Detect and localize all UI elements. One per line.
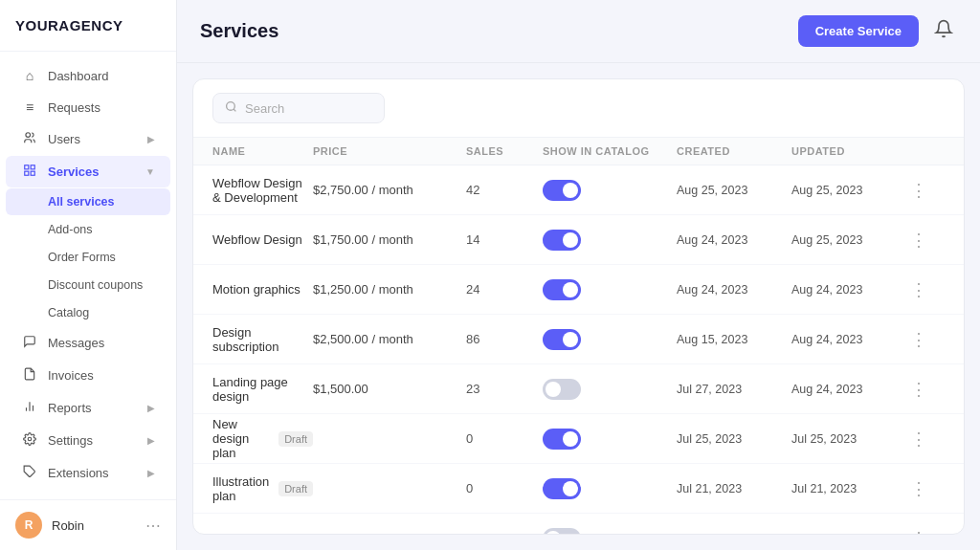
catalog-toggle[interactable] (543, 329, 581, 350)
sidebar-item-label: Extensions (48, 466, 109, 480)
cell-catalog[interactable] (543, 230, 677, 251)
extensions-icon (21, 465, 38, 481)
catalog-toggle[interactable] (543, 528, 581, 535)
table-row: New design plan Draft 0 Jul 25, 2023 Jul… (193, 414, 964, 464)
col-price: PRICE (313, 145, 466, 157)
chevron-down-icon: ▼ (145, 166, 155, 177)
catalog-toggle[interactable] (543, 230, 581, 251)
cell-catalog[interactable] (543, 379, 677, 400)
sidebar-item-messages[interactable]: Messages (6, 327, 170, 359)
chevron-right-icon: ▶ (147, 134, 155, 144)
row-more-button[interactable]: ⋮ (906, 476, 931, 501)
cell-price: $2,500.00 / month (313, 332, 466, 346)
row-more-button[interactable]: ⋮ (906, 228, 931, 253)
cell-updated: Aug 25, 2023 (791, 184, 906, 197)
cell-updated: Jul 25, 2023 (791, 432, 906, 446)
cell-catalog[interactable] (543, 180, 677, 201)
table-row: Webflow Design & Development $2,750.00 /… (193, 165, 964, 215)
subnav-item-add-ons[interactable]: Add-ons (6, 216, 170, 243)
cell-name: Webflow Design & Development (212, 176, 313, 205)
cell-actions[interactable]: ⋮ (906, 178, 945, 203)
cell-actions[interactable]: ⋮ (906, 228, 945, 253)
sidebar-item-settings[interactable]: Settings ▶ (6, 425, 170, 456)
cell-updated: Aug 25, 2023 (791, 233, 906, 247)
catalog-toggle[interactable] (543, 429, 581, 450)
table-header: NAME PRICE SALES SHOW IN CATALOG CREATED… (193, 138, 964, 165)
cell-actions[interactable]: ⋮ (906, 277, 945, 302)
subnav-item-discount-coupons[interactable]: Discount coupons (6, 272, 170, 298)
cell-created: Jul 27, 2023 (677, 383, 791, 396)
cell-catalog[interactable] (543, 429, 677, 450)
cell-sales: 14 (466, 232, 543, 247)
search-input[interactable] (245, 101, 372, 116)
cell-catalog[interactable] (543, 329, 677, 350)
subnav-item-order-forms[interactable]: Order Forms (6, 244, 170, 271)
cell-name: Video editing (212, 531, 313, 534)
notification-button[interactable] (930, 15, 957, 47)
requests-icon: ≡ (21, 99, 38, 115)
sidebar-item-invoices[interactable]: Invoices (6, 360, 170, 391)
users-icon (21, 131, 38, 147)
sidebar-item-label: Settings (48, 433, 93, 448)
cell-actions[interactable]: ⋮ (906, 377, 945, 402)
chevron-right-icon: ▶ (147, 403, 155, 413)
row-more-button[interactable]: ⋮ (906, 526, 931, 535)
cell-created: Aug 25, 2023 (677, 184, 791, 197)
cell-actions[interactable]: ⋮ (906, 427, 945, 451)
sidebar-footer: R Robin ⋯ (0, 499, 176, 550)
cell-catalog[interactable] (543, 528, 677, 535)
row-more-button[interactable]: ⋮ (906, 427, 931, 451)
svg-rect-1 (25, 165, 29, 169)
subnav-item-all-services[interactable]: All services (6, 188, 170, 215)
sidebar-item-label: Messages (48, 336, 104, 350)
search-wrap (212, 93, 385, 123)
cell-catalog[interactable] (543, 279, 677, 300)
svg-point-0 (26, 133, 31, 138)
cell-price: $3,000.00 / month (313, 531, 466, 534)
row-more-button[interactable]: ⋮ (906, 327, 931, 352)
create-service-button[interactable]: Create Service (798, 15, 919, 47)
cell-catalog[interactable] (543, 478, 677, 499)
svg-point-8 (28, 437, 32, 441)
cell-actions[interactable]: ⋮ (906, 476, 945, 501)
search-bar (193, 79, 964, 138)
svg-rect-2 (31, 165, 34, 169)
user-menu-button[interactable]: ⋯ (145, 517, 161, 535)
cell-actions[interactable]: ⋮ (906, 526, 945, 535)
draft-badge: Draft (278, 481, 313, 496)
navigation: ⌂ Dashboard ≡ Requests Users ▶ Services … (0, 52, 176, 499)
chevron-right-icon: ▶ (147, 435, 155, 446)
logo: YOURAGENCY (0, 0, 176, 52)
cell-price: $1,250.00 / month (313, 282, 466, 297)
catalog-toggle[interactable] (543, 279, 581, 300)
sidebar-item-dashboard[interactable]: ⌂ Dashboard (6, 60, 170, 91)
chevron-right-icon: ▶ (147, 468, 155, 478)
sidebar-item-reports[interactable]: Reports ▶ (6, 392, 170, 424)
table-body: Webflow Design & Development $2,750.00 /… (193, 165, 964, 534)
table-row: Motion graphics $1,250.00 / month 24 Aug… (193, 265, 964, 315)
sidebar-item-services[interactable]: Services ▼ (6, 156, 170, 187)
subnav-item-catalog[interactable]: Catalog (6, 299, 170, 326)
search-icon (225, 100, 237, 116)
sidebar-item-label: Reports (48, 401, 92, 415)
reports-icon (21, 400, 38, 416)
svg-rect-3 (25, 171, 29, 175)
sidebar-item-extensions[interactable]: Extensions ▶ (6, 457, 170, 489)
catalog-toggle[interactable] (543, 180, 581, 201)
cell-name: New design plan Draft (212, 417, 313, 460)
main-content: Services Create Service NAME PRICE SALES… (177, 0, 980, 550)
catalog-toggle[interactable] (543, 379, 581, 400)
cell-created: Jul 25, 2023 (677, 432, 791, 446)
catalog-toggle[interactable] (543, 478, 581, 499)
row-more-button[interactable]: ⋮ (906, 277, 931, 302)
row-more-button[interactable]: ⋮ (906, 377, 931, 402)
col-created: CREATED (677, 145, 791, 157)
row-more-button[interactable]: ⋮ (906, 178, 931, 203)
services-subnav: All services Add-ons Order Forms Discoun… (0, 188, 176, 326)
sidebar-item-requests[interactable]: ≡ Requests (6, 92, 170, 122)
sidebar-item-users[interactable]: Users ▶ (6, 123, 170, 155)
cell-updated: Aug 24, 2023 (791, 532, 906, 535)
cell-actions[interactable]: ⋮ (906, 327, 945, 352)
page-header: Services Create Service (177, 0, 980, 63)
cell-sales: 24 (466, 282, 543, 297)
